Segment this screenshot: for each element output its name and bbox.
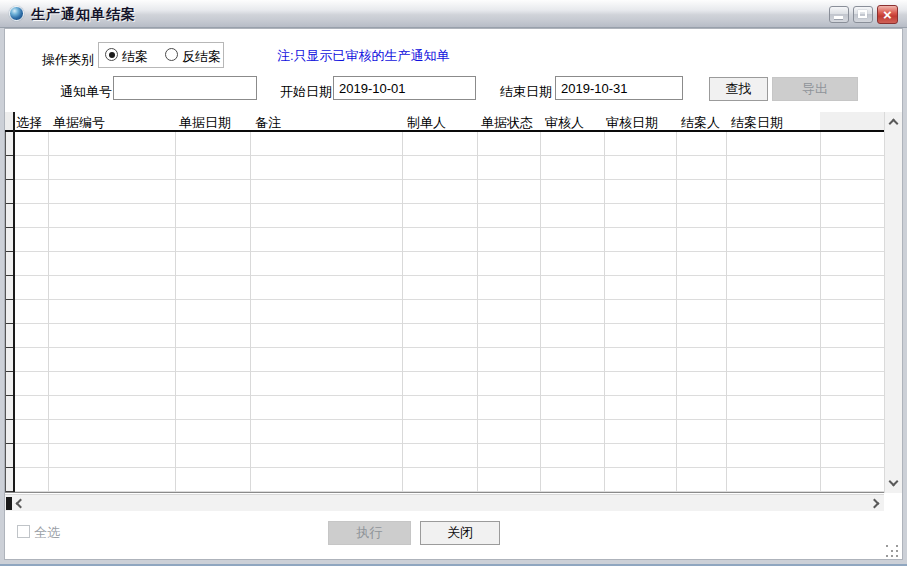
h-scroll-thumb[interactable] — [6, 497, 12, 510]
grid-row-header-column — [5, 132, 13, 492]
notice-no-label: 通知单号 — [60, 83, 112, 101]
end-date-label: 结束日期 — [500, 83, 552, 101]
select-all-checkbox[interactable] — [17, 525, 30, 538]
scroll-left-icon[interactable] — [16, 499, 26, 509]
grid-body[interactable] — [5, 132, 884, 492]
notice-no-input[interactable] — [113, 76, 257, 100]
close-dialog-button[interactable]: 关闭 — [420, 521, 500, 545]
grid-vline — [48, 132, 49, 492]
grid-vline — [250, 132, 251, 492]
resize-grip[interactable] — [886, 545, 900, 559]
scroll-up-icon[interactable] — [889, 119, 899, 129]
minimize-button[interactable] — [829, 6, 849, 23]
export-button[interactable]: 导出 — [772, 77, 858, 101]
radio-reopen[interactable] — [165, 48, 178, 61]
operation-type-label: 操作类别 — [42, 51, 94, 69]
grid-vline — [604, 132, 605, 492]
app-globe-icon — [9, 6, 24, 21]
operation-type-group: 结案 反结案 — [98, 42, 224, 68]
grid-vline — [820, 132, 821, 492]
horizontal-scrollbar[interactable] — [5, 494, 884, 511]
window-title: 生产通知单结案 — [31, 6, 136, 24]
start-date-input[interactable] — [333, 76, 476, 100]
note-text: 注:只显示已审核的生产通知单 — [277, 47, 450, 65]
radio-selected-dot — [109, 52, 115, 58]
dialog-window: 生产通知单结案 × 操作类别 结案 反结案 注:只显示已审核的生产通知单 通知单… — [0, 0, 907, 566]
grid-bottom-border — [5, 492, 884, 493]
maximize-button[interactable] — [853, 6, 873, 23]
grid-vline — [726, 132, 727, 492]
close-button[interactable]: × — [877, 5, 898, 24]
radio-reopen-label[interactable]: 反结案 — [182, 48, 221, 66]
scroll-right-icon[interactable] — [870, 499, 880, 509]
radio-close[interactable] — [105, 48, 118, 61]
end-date-input[interactable] — [555, 76, 683, 100]
search-button[interactable]: 查找 — [709, 77, 768, 101]
minimize-icon — [834, 16, 843, 19]
grid-vline — [540, 132, 541, 492]
close-icon: × — [883, 6, 892, 23]
execute-button[interactable]: 执行 — [328, 521, 411, 545]
grid-vline — [175, 132, 176, 492]
grid-vline — [676, 132, 677, 492]
vertical-scrollbar[interactable] — [884, 112, 902, 493]
radio-close-label[interactable]: 结案 — [122, 48, 148, 66]
maximize-icon — [858, 10, 867, 18]
row-header-border — [13, 112, 15, 492]
grid-header-empty-area — [820, 112, 884, 131]
grid-vline — [477, 132, 478, 492]
titlebar: 生产通知单结案 × — [0, 0, 907, 28]
grid-vline — [402, 132, 403, 492]
select-all-label: 全选 — [34, 524, 60, 542]
start-date-label: 开始日期 — [280, 83, 332, 101]
grid-corner-cell — [5, 112, 13, 131]
scroll-down-icon[interactable] — [889, 477, 899, 487]
